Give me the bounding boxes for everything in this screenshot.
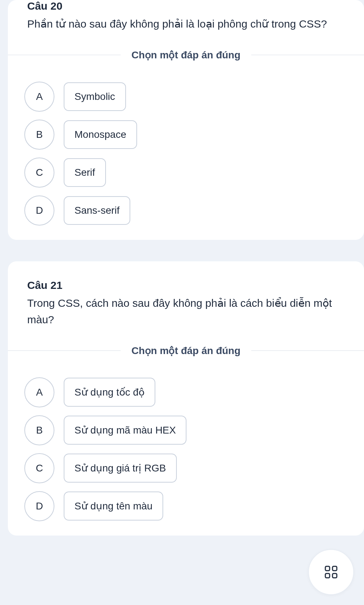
option-row: C Sử dụng giá trị RGB bbox=[24, 453, 364, 483]
option-letter-c[interactable]: C bbox=[24, 158, 54, 188]
option-row: B Monospace bbox=[24, 120, 364, 150]
question-number: Câu 21 bbox=[27, 279, 345, 291]
instruction-divider: Chọn một đáp án đúng bbox=[8, 49, 364, 61]
option-answer-b[interactable]: Monospace bbox=[64, 120, 137, 149]
option-row: D Sử dụng tên màu bbox=[24, 491, 364, 521]
instruction-divider: Chọn một đáp án đúng bbox=[8, 345, 364, 357]
question-number: Câu 20 bbox=[27, 0, 345, 12]
option-answer-a[interactable]: Sử dụng tốc độ bbox=[64, 378, 155, 407]
option-letter-d[interactable]: D bbox=[24, 491, 54, 521]
option-letter-b[interactable]: B bbox=[24, 415, 54, 445]
question-card: Câu 21 Trong CSS, cách nào sau đây không… bbox=[8, 261, 364, 536]
question-header: Câu 20 Phần tử nào sau đây không phải là… bbox=[8, 0, 364, 33]
option-row: B Sử dụng mã màu HEX bbox=[24, 415, 364, 445]
option-letter-d[interactable]: D bbox=[24, 195, 54, 226]
instruction-text: Chọn một đáp án đúng bbox=[121, 49, 251, 61]
divider-line bbox=[8, 55, 121, 55]
option-letter-b[interactable]: B bbox=[24, 120, 54, 150]
option-answer-c[interactable]: Sử dụng giá trị RGB bbox=[64, 454, 177, 483]
divider-line bbox=[251, 55, 364, 55]
question-text: Trong CSS, cách nào sau đây không phải l… bbox=[27, 295, 345, 328]
question-card: Câu 20 Phần tử nào sau đây không phải là… bbox=[8, 0, 364, 240]
option-answer-b[interactable]: Sử dụng mã màu HEX bbox=[64, 416, 186, 445]
options-list: A Sử dụng tốc độ B Sử dụng mã màu HEX C … bbox=[8, 377, 364, 521]
instruction-text: Chọn một đáp án đúng bbox=[121, 345, 251, 357]
option-answer-d[interactable]: Sử dụng tên màu bbox=[64, 492, 163, 521]
option-row: A Sử dụng tốc độ bbox=[24, 377, 364, 407]
divider-line bbox=[251, 350, 364, 351]
option-letter-a[interactable]: A bbox=[24, 82, 54, 112]
options-list: A Symbolic B Monospace C Serif D Sans-se… bbox=[8, 82, 364, 226]
option-row: C Serif bbox=[24, 158, 364, 188]
option-row: D Sans-serif bbox=[24, 195, 364, 226]
option-letter-c[interactable]: C bbox=[24, 453, 54, 483]
option-answer-d[interactable]: Sans-serif bbox=[64, 196, 130, 225]
option-answer-c[interactable]: Serif bbox=[64, 158, 106, 187]
divider-line bbox=[8, 350, 121, 351]
option-answer-a[interactable]: Symbolic bbox=[64, 82, 126, 111]
option-row: A Symbolic bbox=[24, 82, 364, 112]
question-header: Câu 21 Trong CSS, cách nào sau đây không… bbox=[8, 261, 364, 328]
question-text: Phần tử nào sau đây không phải là loại p… bbox=[27, 16, 345, 33]
option-letter-a[interactable]: A bbox=[24, 377, 54, 407]
